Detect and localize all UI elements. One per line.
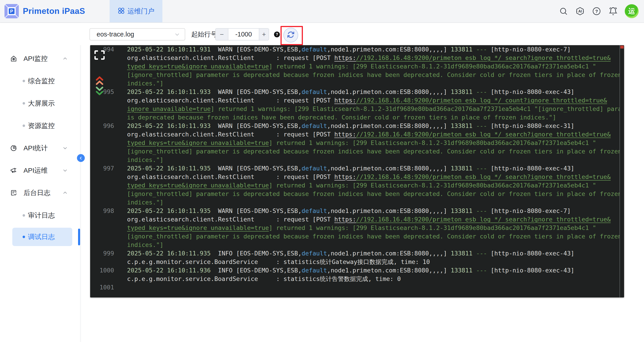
sidebar-item-label: API运维 bbox=[24, 166, 48, 175]
log-line-text: 2025-05-22 16:10:11.933 WARN [EOS-DEMO-S… bbox=[127, 88, 620, 122]
log-line-number: 999 bbox=[90, 249, 114, 258]
chevron-down-icon bbox=[174, 32, 180, 37]
bullet-dot-icon bbox=[22, 102, 25, 105]
sidebar-item-API监控[interactable]: API监控 bbox=[0, 51, 80, 66]
sidebar-item-后台日志[interactable]: 后台日志 bbox=[0, 186, 80, 200]
log-file-select-value: eos-trace.log bbox=[97, 31, 134, 38]
scroll-to-bottom-icon[interactable] bbox=[95, 86, 104, 96]
log-line-number: 1001 bbox=[90, 283, 114, 292]
svg-text:?: ? bbox=[595, 9, 598, 14]
header-actions: AI ? 运 bbox=[558, 0, 639, 22]
monitor-home-icon bbox=[10, 55, 17, 62]
help-icon[interactable]: ? bbox=[592, 6, 602, 16]
log-line-number: 1000 bbox=[90, 266, 114, 275]
log-line: 9942025-05-22 16:10:11.931 WARN [EOS-DEM… bbox=[90, 45, 620, 88]
start-line-input[interactable] bbox=[228, 29, 259, 40]
sidebar-subitem-label: 资源监控 bbox=[28, 121, 55, 130]
chevron-up-icon bbox=[63, 190, 68, 195]
sidebar-subitem-label: 大屏展示 bbox=[28, 99, 55, 108]
log-line-number: 997 bbox=[90, 164, 114, 173]
log-line-text: 2025-05-22 16:10:11.935 WARN [EOS-DEMO-S… bbox=[127, 207, 620, 249]
bullet-dot-icon bbox=[22, 80, 25, 82]
log-line-text: 2025-05-22 16:10:11.936 INFO [EOS-DEMO-S… bbox=[127, 266, 574, 283]
log-line-text: 2025-05-22 16:10:11.933 WARN [EOS-DEMO-S… bbox=[127, 122, 620, 164]
logo-text: Primeton iPaaS bbox=[23, 6, 85, 16]
app-logo: P Primeton iPaaS bbox=[4, 4, 85, 18]
log-line-text: 2025-05-22 16:10:11.935 WARN [EOS-DEMO-S… bbox=[127, 164, 620, 207]
log-line: 10002025-05-22 16:10:11.936 INFO [EOS-DE… bbox=[90, 266, 620, 283]
svg-text:AI: AI bbox=[578, 10, 582, 13]
sidebar-subitem-大屏展示[interactable]: 大屏展示 bbox=[12, 96, 72, 111]
user-avatar[interactable]: 运 bbox=[625, 4, 639, 18]
log-line-number: 996 bbox=[90, 122, 114, 130]
sidebar-item-API运维[interactable]: API运维 bbox=[0, 163, 80, 178]
refresh-button[interactable] bbox=[284, 28, 298, 42]
apps-grid-icon bbox=[118, 7, 125, 15]
stepper-increase-button[interactable]: + bbox=[259, 29, 269, 40]
sidebar-item-label: 后台日志 bbox=[24, 188, 50, 198]
chevron-down-icon bbox=[63, 168, 68, 173]
document-check-icon bbox=[10, 189, 17, 196]
log-line-text: 2025-05-22 16:10:11.935 INFO [EOS-DEMO-S… bbox=[127, 249, 574, 266]
log-line-number: 998 bbox=[90, 207, 114, 215]
sidebar: API监控综合监控大屏展示资源监控API统计API运维后台日志审计日志调试日志 bbox=[0, 23, 80, 342]
megaphone-icon bbox=[10, 167, 17, 174]
sidebar-subitem-调试日志[interactable]: 调试日志 bbox=[12, 228, 72, 246]
sidebar-subitem-label: 调试日志 bbox=[28, 232, 55, 242]
stepper-decrease-button[interactable]: − bbox=[216, 29, 228, 40]
log-terminal: 9942025-05-22 16:10:11.931 WARN [EOS-DEM… bbox=[90, 45, 624, 298]
terminal-scrollbar-thumb[interactable] bbox=[620, 46, 624, 48]
notification-bell-icon[interactable] bbox=[608, 6, 618, 16]
sidebar-subitem-综合监控[interactable]: 综合监控 bbox=[12, 74, 72, 88]
bullet-dot-icon bbox=[22, 236, 25, 238]
active-menu-indicator bbox=[78, 228, 80, 245]
log-line: 9962025-05-22 16:10:11.933 WARN [EOS-DEM… bbox=[90, 122, 620, 164]
start-line-stepper: − + bbox=[215, 28, 269, 40]
collapse-sidebar-button[interactable] bbox=[77, 154, 85, 162]
pie-chart-icon bbox=[10, 144, 17, 152]
sidebar-subitem-审计日志[interactable]: 审计日志 bbox=[12, 208, 72, 223]
terminal-scrollbar[interactable] bbox=[620, 45, 624, 298]
bullet-dot-icon bbox=[22, 214, 25, 217]
ai-assistant-icon[interactable]: AI bbox=[575, 6, 585, 16]
chevron-down-icon bbox=[63, 146, 68, 150]
log-toolbar: eos-trace.log 起始行号 − + ? bbox=[80, 23, 644, 45]
sidebar-subitem-资源监控[interactable]: 资源监控 bbox=[12, 118, 72, 133]
refresh-icon bbox=[287, 31, 294, 39]
sidebar-subitem-label: 审计日志 bbox=[28, 211, 55, 220]
log-line: 9972025-05-22 16:10:11.935 WARN [EOS-DEM… bbox=[90, 164, 620, 207]
app-header: P Primeton iPaaS 运维门户 bbox=[0, 0, 644, 23]
sidebar-item-label: API统计 bbox=[24, 144, 48, 153]
page: P Primeton iPaaS 运维门户 bbox=[0, 0, 644, 342]
log-lines: 9942025-05-22 16:10:11.931 WARN [EOS-DEM… bbox=[90, 45, 620, 298]
log-line: 9982025-05-22 16:10:11.935 WARN [EOS-DEM… bbox=[90, 207, 620, 249]
search-icon[interactable] bbox=[558, 6, 568, 16]
log-line: 9992025-05-22 16:10:11.935 INFO [EOS-DEM… bbox=[90, 249, 620, 266]
log-line-text: 2025-05-22 16:10:11.931 WARN [EOS-DEMO-S… bbox=[127, 45, 620, 88]
fullscreen-icon[interactable] bbox=[94, 50, 105, 60]
start-line-label: 起始行号 bbox=[191, 28, 217, 40]
log-line: 1001 bbox=[90, 283, 620, 292]
tab-ops-portal-label: 运维门户 bbox=[128, 7, 154, 16]
chevron-up-icon bbox=[63, 56, 68, 61]
sidebar-item-label: API监控 bbox=[24, 54, 48, 63]
sidebar-subitem-label: 综合监控 bbox=[28, 76, 55, 86]
bullet-dot-icon bbox=[22, 124, 25, 127]
log-file-select[interactable]: eos-trace.log bbox=[90, 28, 185, 40]
start-line-help-icon[interactable]: ? bbox=[274, 32, 280, 37]
log-line: 9952025-05-22 16:10:11.933 WARN [EOS-DEM… bbox=[90, 88, 620, 122]
logo-icon: P bbox=[4, 4, 19, 18]
tab-ops-portal[interactable]: 运维门户 bbox=[110, 0, 162, 22]
scroll-to-top-icon[interactable] bbox=[95, 76, 104, 86]
sidebar-item-API统计[interactable]: API统计 bbox=[0, 141, 80, 156]
